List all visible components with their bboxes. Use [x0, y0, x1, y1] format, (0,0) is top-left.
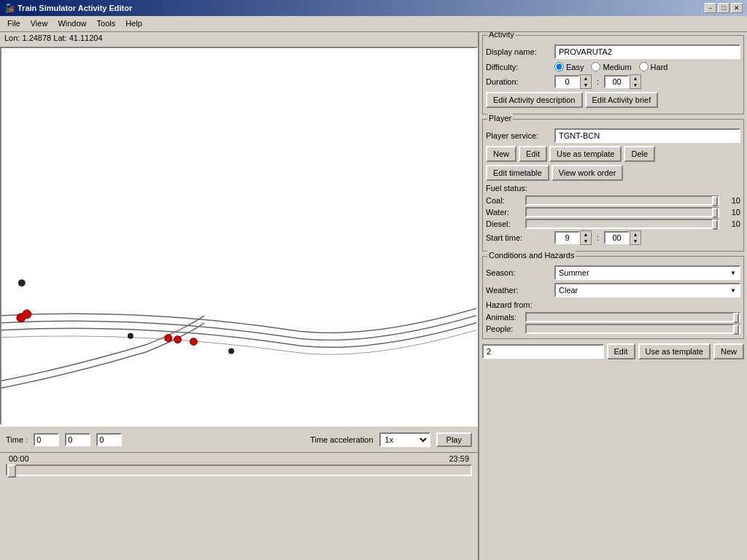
minimize-button[interactable]: −: [705, 3, 716, 13]
display-name-label: Display name:: [486, 47, 551, 56]
people-thumb: [733, 324, 739, 335]
player-edit-button[interactable]: Edit: [519, 146, 547, 162]
timeline-start: 00:00: [9, 454, 29, 463]
season-dropdown[interactable]: Summer ▼: [554, 265, 740, 280]
duration-m-up[interactable]: ▲: [630, 75, 640, 82]
water-slider[interactable]: [525, 207, 719, 217]
water-fuel-row: Water: 10: [486, 207, 740, 217]
time-seconds-input[interactable]: [96, 433, 122, 446]
edit-description-button[interactable]: Edit Activity description: [486, 92, 583, 108]
duration-m-down[interactable]: ▼: [630, 82, 640, 88]
player-delete-button[interactable]: Dele: [624, 146, 655, 162]
player-service-input[interactable]: [554, 128, 740, 143]
coal-slider[interactable]: [525, 195, 719, 206]
time-minutes-input[interactable]: [65, 433, 90, 446]
timeline-track[interactable]: [6, 464, 472, 476]
menu-help[interactable]: Help: [121, 18, 147, 30]
animals-row: Animals:: [486, 312, 740, 322]
svg-point-8: [228, 349, 234, 354]
hazard-label: Hazard from:: [486, 300, 551, 309]
close-button[interactable]: ✕: [731, 3, 743, 13]
player-new-button[interactable]: New: [486, 146, 516, 162]
start-m-input[interactable]: [604, 231, 630, 244]
time-controls: Time : Time acceleration 1x 2x 4x Play: [0, 427, 478, 453]
menu-view[interactable]: View: [26, 18, 53, 30]
start-separator: :: [597, 233, 599, 242]
people-slider[interactable]: [525, 324, 740, 334]
bottom-text-input[interactable]: [482, 344, 604, 359]
menu-tools[interactable]: Tools: [93, 18, 120, 30]
menu-file[interactable]: File: [3, 18, 25, 30]
app-icon: 🚂: [4, 4, 15, 13]
duration-h-down[interactable]: ▼: [581, 82, 591, 88]
player-template-button[interactable]: Use as template: [549, 146, 622, 162]
difficulty-easy-label: Easy: [554, 62, 584, 71]
title-bar: 🚂 Train Simulator Activity Editor − □ ✕: [0, 0, 747, 16]
fuel-status-label: Fuel status:: [486, 184, 551, 192]
edit-brief-button[interactable]: Edit Activity brief: [585, 92, 659, 108]
coal-thumb: [712, 196, 718, 206]
difficulty-easy-radio[interactable]: [554, 62, 564, 71]
difficulty-hard-radio[interactable]: [639, 62, 649, 71]
duration-row: Duration: ▲ ▼ : ▲ ▼: [486, 74, 740, 89]
player-btn-row: New Edit Use as template Dele: [486, 146, 740, 162]
start-h-down[interactable]: ▼: [581, 238, 591, 244]
player-service-row: Player service:: [486, 128, 740, 143]
edit-btn-row: Edit Activity description Edit Activity …: [486, 92, 740, 108]
diesel-slider[interactable]: [525, 219, 719, 229]
start-h-input[interactable]: [554, 231, 580, 244]
bottom-edit-button[interactable]: Edit: [607, 343, 635, 359]
maximize-button[interactable]: □: [718, 3, 729, 13]
player-group: Player Player service: New Edit Use as t…: [482, 119, 744, 252]
edit-timetable-button[interactable]: Edit timetable: [486, 165, 549, 181]
duration-separator: :: [597, 77, 599, 86]
timeline-thumb[interactable]: [7, 464, 16, 478]
start-h-up[interactable]: ▲: [581, 231, 591, 238]
season-label: Season:: [486, 268, 551, 277]
timeline-labels: 00:00 23:59: [6, 454, 472, 463]
coal-fuel-val: 10: [722, 196, 740, 205]
weather-dropdown[interactable]: Clear ▼: [554, 283, 740, 298]
play-button[interactable]: Play: [436, 432, 472, 447]
acceleration-label: Time acceleration: [310, 435, 373, 444]
start-m-up[interactable]: ▲: [630, 231, 640, 238]
diesel-fuel-val: 10: [722, 219, 740, 228]
display-name-input[interactable]: [554, 44, 740, 59]
svg-point-6: [18, 279, 26, 287]
acceleration-dropdown[interactable]: 1x 2x 4x: [379, 432, 430, 447]
weather-row: Weather: Clear ▼: [486, 283, 740, 298]
svg-point-4: [174, 336, 182, 343]
diesel-thumb: [712, 219, 718, 230]
start-m-spinbtns: ▲ ▼: [630, 230, 641, 245]
view-workorder-button[interactable]: View work order: [551, 165, 624, 181]
bottom-template-button[interactable]: Use as template: [638, 343, 711, 359]
animals-label: Animals:: [486, 313, 522, 322]
bottom-new-button[interactable]: New: [713, 343, 744, 359]
hazard-row: Hazard from:: [486, 300, 740, 309]
animals-slider[interactable]: [525, 312, 740, 322]
svg-point-2: [17, 314, 26, 322]
duration-h-up[interactable]: ▲: [581, 75, 591, 82]
map-area: [0, 47, 478, 425]
water-fuel-val: 10: [722, 208, 740, 217]
fuel-status-row: Fuel status:: [486, 184, 740, 192]
people-label: People:: [486, 324, 522, 333]
season-row: Season: Summer ▼: [486, 265, 740, 280]
menu-bar: File View Window Tools Help: [0, 16, 747, 32]
difficulty-medium-radio[interactable]: [591, 62, 600, 71]
left-panel: Lon: 1.24878 Lat: 41.11204: [0, 32, 478, 560]
time-hours-input[interactable]: [34, 433, 59, 446]
duration-m-spinbtns: ▲ ▼: [630, 74, 641, 89]
svg-point-3: [165, 335, 172, 342]
weather-arrow-icon: ▼: [730, 287, 736, 294]
season-arrow-icon: ▼: [730, 270, 736, 276]
start-m-control: ▲ ▼: [604, 230, 641, 245]
menu-window[interactable]: Window: [53, 18, 90, 30]
duration-h-input[interactable]: [554, 75, 580, 88]
player-group-label: Player: [487, 114, 513, 122]
diesel-fuel-label: Diesel:: [486, 219, 522, 228]
conditions-group-label: Conditions and Hazards: [487, 251, 576, 260]
people-row: People:: [486, 324, 740, 334]
start-m-down[interactable]: ▼: [630, 238, 640, 244]
duration-m-input[interactable]: [604, 75, 630, 88]
